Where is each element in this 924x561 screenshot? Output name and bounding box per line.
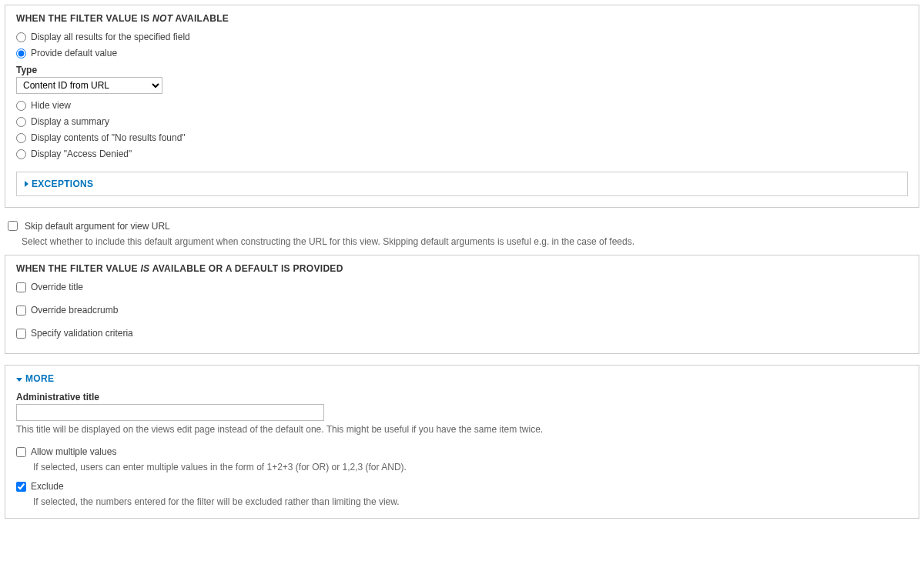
heading-suffix: AVAILABLE [172,13,229,24]
radio-display-access-denied[interactable] [16,149,26,159]
filter-not-available-heading: WHEN THE FILTER VALUE IS NOT AVAILABLE [16,13,908,24]
radio-display-summary-label: Display a summary [31,115,109,129]
exclude-label: Exclude [31,479,64,493]
heading-suffix: AVAILABLE OR A DEFAULT IS PROVIDED [149,263,343,274]
override-title-checkbox[interactable] [16,282,26,292]
specify-validation-checkbox[interactable] [16,329,26,339]
heading-prefix: WHEN THE FILTER VALUE [16,263,140,274]
heading-emphasis: IS [140,263,149,274]
override-title-label: Override title [31,280,83,294]
type-select[interactable]: Content ID from URL [16,77,162,94]
override-breadcrumb-label: Override breadcrumb [31,303,118,317]
filter-is-available-heading: WHEN THE FILTER VALUE IS AVAILABLE OR A … [16,263,908,274]
radio-display-noresults-label: Display contents of "No results found" [31,131,186,145]
allow-multiple-checkbox[interactable] [16,447,26,457]
radio-provide-default-label: Provide default value [31,46,117,60]
radio-display-access-denied-label: Display "Access Denied" [31,147,132,161]
admin-title-label: Administrative title [16,392,908,402]
radio-hide-view[interactable] [16,101,26,111]
radio-display-summary[interactable] [16,117,26,127]
exceptions-toggle[interactable]: EXCEPTIONS [25,179,899,189]
filter-not-available-panel: WHEN THE FILTER VALUE IS NOT AVAILABLE D… [5,5,919,208]
skip-default-label: Skip default argument for view URL [25,221,170,232]
heading-prefix: WHEN THE FILTER VALUE IS [16,13,152,24]
chevron-right-icon [25,179,28,189]
allow-multiple-label: Allow multiple values [31,445,116,459]
chevron-down-icon [16,373,22,384]
exceptions-label: EXCEPTIONS [32,179,93,189]
radio-hide-view-label: Hide view [31,99,71,112]
heading-emphasis: NOT [152,13,172,24]
skip-default-row: Skip default argument for view URL [5,219,919,233]
override-breadcrumb-checkbox[interactable] [16,306,26,316]
admin-title-input[interactable] [16,404,324,421]
more-toggle[interactable]: MORE [16,373,908,384]
specify-validation-label: Specify validation criteria [31,326,133,340]
radio-display-all[interactable] [16,32,26,42]
type-label: Type [16,65,908,75]
exclude-help: If selected, the numbers entered for the… [33,496,908,507]
radio-display-all-label: Display all results for the specified fi… [31,30,190,44]
more-label: MORE [25,373,54,384]
more-panel: MORE Administrative title This title wil… [5,365,919,519]
exclude-checkbox[interactable] [16,482,26,492]
radio-display-noresults[interactable] [16,133,26,143]
exceptions-fieldset: EXCEPTIONS [16,172,908,196]
filter-is-available-panel: WHEN THE FILTER VALUE IS AVAILABLE OR A … [5,255,919,354]
radio-provide-default[interactable] [16,48,26,58]
admin-title-help: This title will be displayed on the view… [16,424,908,435]
skip-default-checkbox[interactable] [8,221,18,231]
allow-multiple-help: If selected, users can enter multiple va… [33,462,908,473]
skip-default-help: Select whether to include this default a… [22,236,919,247]
